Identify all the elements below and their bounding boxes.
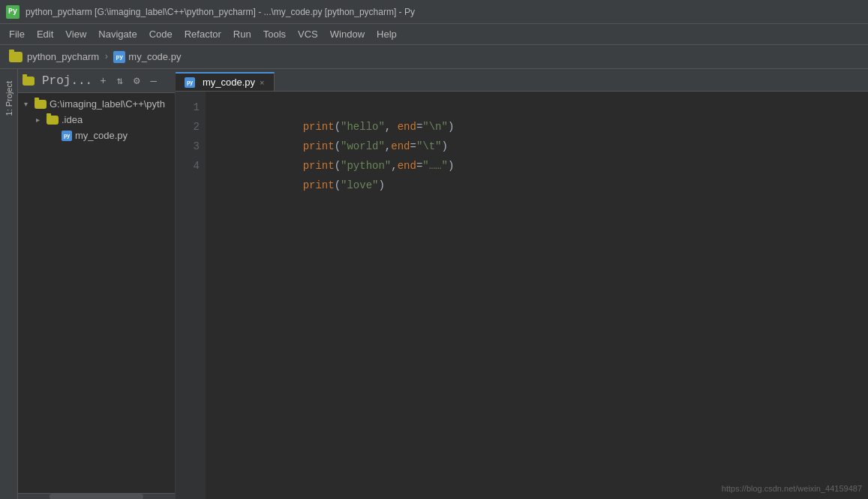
idea-label: .idea xyxy=(62,114,83,125)
title-bar: Py python_pycharm [G:\imaging_label\C++\… xyxy=(0,0,868,24)
scroll-track xyxy=(50,494,143,499)
idea-arrow xyxy=(36,116,45,124)
code-content[interactable]: print("hello", end="\n") print("world",e… xyxy=(206,92,868,499)
menu-run[interactable]: Run xyxy=(227,26,257,43)
toolbar-sort-btn[interactable]: ⇅ xyxy=(114,73,126,89)
editor-area: py my_code.py × 1 2 3 4 print("hello", e… xyxy=(176,69,868,499)
breadcrumb-file-name[interactable]: my_code.py xyxy=(128,51,181,62)
main-layout: 1: Project Proj... + ⇅ ⚙ — G:\imaging_la… xyxy=(0,69,868,499)
breadcrumb-bar: python_pycharm › py my_code.py xyxy=(0,45,868,69)
root-label: G:\imaging_label\C++\pyth xyxy=(50,98,165,110)
tab-close-btn[interactable]: × xyxy=(260,78,264,87)
tree-idea-item[interactable]: .idea xyxy=(18,112,175,128)
tree-mycode-item[interactable]: py my_code.py xyxy=(18,128,175,143)
title-text: python_pycharm [G:\imaging_label\C++\pyt… xyxy=(26,7,415,17)
project-strip: 1: Project xyxy=(0,69,18,499)
tab-bar: py my_code.py × xyxy=(176,69,868,92)
menu-view[interactable]: View xyxy=(59,26,92,43)
toolbar-collapse-btn[interactable]: — xyxy=(148,74,160,89)
project-strip-label[interactable]: 1: Project xyxy=(2,75,17,122)
line-num-3: 3 xyxy=(176,137,206,156)
menu-tools[interactable]: Tools xyxy=(257,26,292,43)
tree-root-item[interactable]: G:\imaging_label\C++\pyth xyxy=(18,96,175,112)
menu-file[interactable]: File xyxy=(3,26,31,43)
toolbar-add-btn[interactable]: + xyxy=(97,74,109,89)
tab-file-icon: py xyxy=(185,77,195,88)
project-scrollbar[interactable] xyxy=(18,493,175,499)
root-arrow xyxy=(24,100,33,108)
menu-help[interactable]: Help xyxy=(371,26,403,43)
project-toolbar-label: Proj... xyxy=(42,74,92,88)
root-folder-icon xyxy=(35,100,47,109)
project-toolbar-folder-icon xyxy=(23,77,35,86)
watermark: https://blog.csdn.net/weixin_44159487 xyxy=(722,484,862,493)
project-toolbar: Proj... + ⇅ ⚙ — xyxy=(18,69,175,93)
line-num-4: 4 xyxy=(176,156,206,176)
idea-folder-icon xyxy=(47,116,59,125)
breadcrumb-separator: › xyxy=(104,52,109,62)
menu-vcs[interactable]: VCS xyxy=(292,26,324,43)
tab-label: my_code.py xyxy=(203,77,255,88)
toolbar-settings-btn[interactable]: ⚙ xyxy=(131,73,143,89)
editor-tab-mycode[interactable]: py my_code.py × xyxy=(176,72,275,91)
mycode-file-icon: py xyxy=(62,131,72,141)
code-line-1: print("hello", end="\n") xyxy=(215,98,859,117)
menu-code[interactable]: Code xyxy=(143,26,179,43)
code-editor[interactable]: 1 2 3 4 print("hello", end="\n") print("… xyxy=(176,92,868,499)
menu-navigate[interactable]: Navigate xyxy=(92,26,143,43)
breadcrumb-project-icon xyxy=(9,52,23,62)
project-panel: Proj... + ⇅ ⚙ — G:\imaging_label\C++\pyt… xyxy=(18,69,176,499)
breadcrumb-file-icon: py xyxy=(113,51,125,63)
mycode-label: my_code.py xyxy=(75,130,128,141)
breadcrumb-project-name[interactable]: python_pycharm xyxy=(27,51,99,62)
line-num-1: 1 xyxy=(176,98,206,117)
menu-refactor[interactable]: Refactor xyxy=(179,26,227,43)
menu-bar: File Edit View Navigate Code Refactor Ru… xyxy=(0,24,868,45)
menu-window[interactable]: Window xyxy=(324,26,371,43)
line-num-2: 2 xyxy=(176,117,206,137)
menu-edit[interactable]: Edit xyxy=(31,26,59,43)
app-icon: Py xyxy=(6,5,20,19)
project-tree: G:\imaging_label\C++\pyth .idea py my_co… xyxy=(18,93,175,493)
line-numbers: 1 2 3 4 xyxy=(176,92,206,499)
